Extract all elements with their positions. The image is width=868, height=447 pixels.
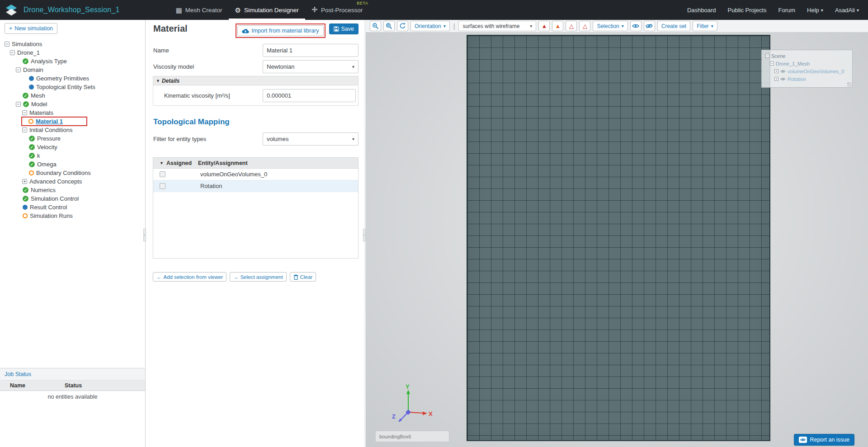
tree-item-drone-1[interactable]: − Drone_1	[0, 48, 145, 57]
tree-item-analysis-type[interactable]: ✓ Analysis Type	[0, 57, 145, 66]
screenshot-eye-icon	[799, 437, 807, 443]
tree-item-simulations[interactable]: − Simulations	[0, 40, 145, 48]
add-selection-from-viewer-button[interactable]: ← Add selection from viewer	[153, 272, 226, 282]
expand-icon[interactable]: +	[774, 77, 778, 81]
assignment-checkbox[interactable]	[160, 171, 165, 177]
collapse-icon[interactable]: −	[5, 42, 9, 47]
expand-icon[interactable]: +	[774, 69, 778, 73]
simscale-workbench: Drone_Workshop_Session_1 ▦ Mesh Creator …	[0, 0, 868, 447]
simscale-logo[interactable]	[5, 3, 18, 17]
eye-icon[interactable]	[780, 70, 786, 73]
collapse-icon[interactable]: −	[765, 54, 769, 58]
hide-selection-button[interactable]	[644, 21, 655, 31]
tree-item-simulation-control[interactable]: ✓ Simulation Control	[0, 194, 145, 203]
mesh-quality-solid-toggle[interactable]: ▲	[538, 21, 550, 31]
nav-forum[interactable]: Forum	[778, 7, 796, 14]
tab-simulation-designer[interactable]: ⚙ Simulation Designer	[229, 0, 305, 20]
tree-item-mesh[interactable]: ✓ Mesh	[0, 91, 145, 100]
chevron-left-icon: ‹	[364, 233, 365, 237]
tree-item-velocity[interactable]: ✓ Velocity	[0, 143, 145, 151]
scene-mesh-row[interactable]: − Drone_1_Mesh	[764, 60, 852, 67]
tree-item-material-1[interactable]: Material 1	[0, 117, 145, 126]
mesh-clip-toggle[interactable]: △	[579, 21, 590, 31]
button-label: Orientation	[415, 23, 441, 29]
tree-item-model[interactable]: − ✓ Model	[0, 100, 145, 108]
selection-dropdown[interactable]: Selection ▾	[593, 21, 627, 31]
create-set-button[interactable]: Create set	[657, 21, 690, 31]
tab-label: Mesh Creator	[185, 7, 222, 14]
panel-resize-corner[interactable]	[847, 82, 852, 87]
nav-help-menu[interactable]: Help▾	[807, 7, 823, 14]
collapse-icon[interactable]: −	[770, 61, 774, 66]
chevron-down-icon: ▾	[443, 24, 446, 28]
tree-item-initial-conditions[interactable]: − Initial Conditions	[0, 126, 145, 134]
tree-item-simulation-runs[interactable]: Simulation Runs	[0, 212, 145, 220]
scene-root-row[interactable]: − Scene	[764, 52, 852, 60]
viscosity-model-select[interactable]: Newtonian ▾	[263, 60, 359, 73]
report-an-issue-button[interactable]: Report an issue	[794, 434, 854, 446]
viscosity-model-label: Viscosity model	[153, 63, 194, 70]
tree-item-numerics[interactable]: ✓ Numerics	[0, 186, 145, 194]
zoom-in-button[interactable]	[370, 21, 381, 31]
mesh-quality-outline-toggle[interactable]: △	[566, 21, 577, 31]
assignment-row[interactable]: Rotation	[153, 180, 358, 192]
tree-item-boundary-conditions[interactable]: Boundary Conditions	[0, 169, 145, 177]
nav-dashboard[interactable]: Dashboard	[687, 7, 716, 14]
tab-post-processor[interactable]: BETA Post-Processor	[305, 0, 369, 20]
meshed-bounding-box[interactable]	[467, 35, 770, 441]
tab-label: Post-Processor	[321, 7, 363, 14]
entity-type-filter-select[interactable]: volumes ▾	[263, 132, 359, 146]
zoom-box-button[interactable]	[383, 21, 395, 31]
collapse-icon[interactable]: −	[22, 110, 27, 115]
beta-badge: BETA	[357, 1, 368, 5]
collapse-icon[interactable]: −	[22, 127, 27, 132]
new-simulation-button[interactable]: + New simulation	[5, 23, 57, 34]
name-label: Name	[153, 47, 169, 54]
reset-view-button[interactable]	[397, 21, 408, 31]
scene-item-row[interactable]: + Rotation	[764, 75, 852, 83]
eye-off-icon	[646, 24, 653, 28]
tree-item-domain[interactable]: − Domain	[0, 66, 145, 74]
triangle-down-icon[interactable]: ▼	[160, 161, 164, 165]
collapse-icon[interactable]: −	[16, 102, 21, 107]
tab-mesh-creator[interactable]: ▦ Mesh Creator	[170, 0, 229, 20]
clear-button[interactable]: Clear	[290, 272, 316, 282]
render-mode-select[interactable]: surfaces with wireframe ▾	[458, 21, 536, 31]
assignment-row[interactable]: volumeOnGeoVolumes_0	[153, 169, 358, 180]
tree-item-k[interactable]: ✓ k	[0, 151, 145, 160]
kinematic-viscosity-input[interactable]	[263, 89, 356, 102]
scene-item-row[interactable]: + volumeOnGeoVolumes_0	[764, 67, 852, 75]
assignment-checkbox[interactable]	[160, 183, 165, 189]
eye-icon[interactable]	[780, 77, 786, 81]
mesh-quality-histogram-toggle[interactable]: ▲	[552, 21, 563, 31]
viewport-3d[interactable]: − Scene − Drone_1_Mesh + volumeOnGeoVolu…	[366, 33, 868, 447]
orientation-dropdown[interactable]: Orientation ▾	[410, 21, 450, 31]
save-button[interactable]: Save	[329, 24, 359, 34]
material-name-input[interactable]	[263, 44, 359, 57]
scene-tree-overlay[interactable]: − Scene − Drone_1_Mesh + volumeOnGeoVolu…	[761, 50, 853, 88]
button-label: Add selection from viewer	[164, 274, 223, 280]
import-from-material-library-button[interactable]: Import from material library	[237, 25, 323, 36]
tree-item-advanced-concepts[interactable]: + Advanced Concepts	[0, 177, 145, 186]
collapse-icon[interactable]: −	[16, 67, 21, 72]
select-assignment-button[interactable]: → Select assignment	[230, 272, 286, 282]
tree-item-pressure[interactable]: ✓ Pressure	[0, 134, 145, 143]
button-label: Save	[341, 26, 354, 32]
expand-icon[interactable]: +	[22, 179, 27, 184]
tree-item-result-control[interactable]: Result Control	[0, 203, 145, 212]
show-selection-button[interactable]	[630, 21, 642, 31]
nav-public-projects[interactable]: Public Projects	[728, 7, 767, 14]
nav-user-menu[interactable]: AsadAli▾	[835, 7, 859, 14]
details-header[interactable]: ▼ Details	[153, 76, 358, 85]
bounding-box-name-input[interactable]	[375, 431, 449, 442]
tree-item-label: Pressure	[37, 135, 61, 142]
tree-item-omega[interactable]: ✓ Omega	[0, 160, 145, 169]
sidebar-resize-handle[interactable]: ‹	[143, 229, 146, 241]
button-label: Filter	[697, 23, 709, 29]
collapse-icon[interactable]: −	[10, 50, 15, 55]
filter-dropdown[interactable]: Filter ▾	[693, 21, 717, 31]
tree-item-geometry-primitives[interactable]: Geometry Primitives	[0, 74, 145, 83]
tree-item-topological-entity-sets[interactable]: Topological Entity Sets	[0, 83, 145, 91]
panel-resize-handle[interactable]: ‹	[363, 229, 366, 241]
tree-item-materials[interactable]: − Materials	[0, 108, 145, 117]
